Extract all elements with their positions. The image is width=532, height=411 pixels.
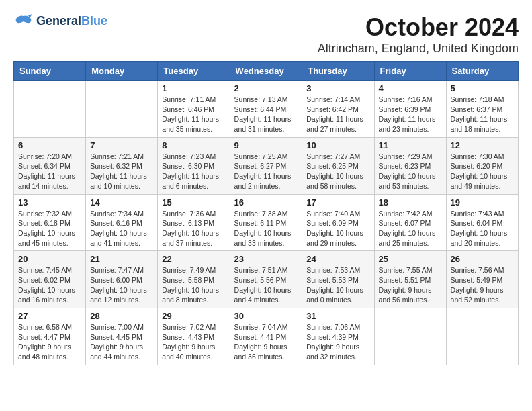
table-row: 13Sunrise: 7:32 AM Sunset: 6:18 PM Dayli…	[14, 194, 86, 251]
day-number: 11	[379, 140, 442, 150]
day-number: 27	[18, 311, 81, 321]
table-row: 15Sunrise: 7:36 AM Sunset: 6:13 PM Dayli…	[158, 194, 230, 251]
day-info: Sunrise: 7:14 AM Sunset: 6:42 PM Dayligh…	[306, 95, 369, 134]
day-info: Sunrise: 7:06 AM Sunset: 4:39 PM Dayligh…	[306, 322, 369, 362]
day-number: 31	[306, 311, 369, 321]
day-number: 4	[379, 83, 442, 93]
table-row: 22Sunrise: 7:49 AM Sunset: 5:58 PM Dayli…	[158, 251, 230, 308]
calendar-week-row: 13Sunrise: 7:32 AM Sunset: 6:18 PM Dayli…	[14, 194, 519, 251]
day-number: 7	[90, 140, 153, 150]
day-number: 28	[90, 311, 153, 321]
day-info: Sunrise: 7:45 AM Sunset: 6:02 PM Dayligh…	[18, 265, 81, 305]
table-row: 2Sunrise: 7:13 AM Sunset: 6:44 PM Daylig…	[230, 81, 302, 138]
day-number: 5	[451, 83, 514, 93]
table-row: 21Sunrise: 7:47 AM Sunset: 6:00 PM Dayli…	[86, 251, 158, 308]
table-row: 14Sunrise: 7:34 AM Sunset: 6:16 PM Dayli…	[86, 194, 158, 251]
col-header-sunday: Sunday	[14, 62, 86, 81]
table-row: 10Sunrise: 7:27 AM Sunset: 6:25 PM Dayli…	[302, 137, 374, 194]
day-number: 3	[306, 83, 369, 93]
day-number: 10	[306, 140, 369, 150]
calendar-table: Sunday Monday Tuesday Wednesday Thursday…	[13, 61, 519, 365]
table-row: 9Sunrise: 7:25 AM Sunset: 6:27 PM Daylig…	[230, 137, 302, 194]
table-row: 20Sunrise: 7:45 AM Sunset: 6:02 PM Dayli…	[14, 251, 86, 308]
day-info: Sunrise: 7:27 AM Sunset: 6:25 PM Dayligh…	[306, 152, 369, 191]
day-info: Sunrise: 7:11 AM Sunset: 6:46 PM Dayligh…	[162, 95, 225, 134]
col-header-thursday: Thursday	[302, 62, 374, 81]
table-row: 26Sunrise: 7:56 AM Sunset: 5:49 PM Dayli…	[446, 251, 518, 308]
table-row	[86, 81, 158, 138]
day-number: 17	[306, 197, 369, 208]
day-number: 14	[90, 197, 153, 208]
calendar-week-row: 27Sunrise: 6:58 AM Sunset: 4:47 PM Dayli…	[14, 308, 519, 365]
day-number: 30	[234, 311, 298, 321]
calendar-week-row: 1Sunrise: 7:11 AM Sunset: 6:46 PM Daylig…	[14, 81, 519, 138]
col-header-tuesday: Tuesday	[158, 62, 230, 81]
day-number: 12	[451, 140, 514, 150]
day-info: Sunrise: 7:13 AM Sunset: 6:44 PM Dayligh…	[234, 95, 298, 134]
logo: GeneralBlue	[13, 13, 107, 30]
table-row	[374, 308, 446, 365]
table-row	[446, 308, 518, 365]
col-header-saturday: Saturday	[446, 62, 518, 81]
col-header-wednesday: Wednesday	[230, 62, 302, 81]
day-info: Sunrise: 7:36 AM Sunset: 6:13 PM Dayligh…	[162, 209, 225, 248]
table-row: 29Sunrise: 7:02 AM Sunset: 4:43 PM Dayli…	[158, 308, 230, 365]
day-info: Sunrise: 7:55 AM Sunset: 5:51 PM Dayligh…	[379, 265, 442, 305]
table-row: 17Sunrise: 7:40 AM Sunset: 6:09 PM Dayli…	[302, 194, 374, 251]
table-row: 28Sunrise: 7:00 AM Sunset: 4:45 PM Dayli…	[86, 308, 158, 365]
day-info: Sunrise: 7:40 AM Sunset: 6:09 PM Dayligh…	[306, 209, 369, 248]
day-info: Sunrise: 7:47 AM Sunset: 6:00 PM Dayligh…	[90, 265, 153, 305]
month-title: October 2024	[318, 13, 519, 42]
day-info: Sunrise: 7:18 AM Sunset: 6:37 PM Dayligh…	[451, 95, 514, 134]
day-number: 8	[162, 140, 225, 150]
day-number: 6	[18, 140, 81, 150]
table-row: 11Sunrise: 7:29 AM Sunset: 6:23 PM Dayli…	[374, 137, 446, 194]
table-row: 25Sunrise: 7:55 AM Sunset: 5:51 PM Dayli…	[374, 251, 446, 308]
table-row: 24Sunrise: 7:53 AM Sunset: 5:53 PM Dayli…	[302, 251, 374, 308]
day-number: 19	[451, 197, 514, 208]
table-row: 23Sunrise: 7:51 AM Sunset: 5:56 PM Dayli…	[230, 251, 302, 308]
day-info: Sunrise: 7:04 AM Sunset: 4:41 PM Dayligh…	[234, 322, 298, 362]
table-row	[14, 81, 86, 138]
day-info: Sunrise: 7:25 AM Sunset: 6:27 PM Dayligh…	[234, 152, 298, 191]
logo-bird-icon	[13, 13, 34, 30]
location-title: Altrincham, England, United Kingdom	[318, 42, 519, 56]
day-info: Sunrise: 7:20 AM Sunset: 6:34 PM Dayligh…	[18, 152, 81, 191]
day-info: Sunrise: 7:30 AM Sunset: 6:20 PM Dayligh…	[451, 152, 514, 191]
day-number: 23	[234, 254, 298, 264]
day-info: Sunrise: 7:53 AM Sunset: 5:53 PM Dayligh…	[306, 265, 369, 305]
day-info: Sunrise: 7:34 AM Sunset: 6:16 PM Dayligh…	[90, 209, 153, 248]
day-info: Sunrise: 7:42 AM Sunset: 6:07 PM Dayligh…	[379, 209, 442, 248]
table-row: 30Sunrise: 7:04 AM Sunset: 4:41 PM Dayli…	[230, 308, 302, 365]
table-row: 12Sunrise: 7:30 AM Sunset: 6:20 PM Dayli…	[446, 137, 518, 194]
day-info: Sunrise: 7:51 AM Sunset: 5:56 PM Dayligh…	[234, 265, 298, 305]
header: GeneralBlue October 2024 Altrincham, Eng…	[13, 13, 519, 56]
day-number: 9	[234, 140, 298, 150]
table-row: 19Sunrise: 7:43 AM Sunset: 6:04 PM Dayli…	[446, 194, 518, 251]
day-info: Sunrise: 7:02 AM Sunset: 4:43 PM Dayligh…	[162, 322, 225, 362]
header-row: Sunday Monday Tuesday Wednesday Thursday…	[14, 62, 519, 81]
day-number: 2	[234, 83, 298, 93]
day-number: 29	[162, 311, 225, 321]
day-number: 22	[162, 254, 225, 264]
day-info: Sunrise: 7:56 AM Sunset: 5:49 PM Dayligh…	[451, 265, 514, 305]
day-info: Sunrise: 7:23 AM Sunset: 6:30 PM Dayligh…	[162, 152, 225, 191]
day-info: Sunrise: 7:00 AM Sunset: 4:45 PM Dayligh…	[90, 322, 153, 362]
table-row: 8Sunrise: 7:23 AM Sunset: 6:30 PM Daylig…	[158, 137, 230, 194]
table-row: 16Sunrise: 7:38 AM Sunset: 6:11 PM Dayli…	[230, 194, 302, 251]
table-row: 4Sunrise: 7:16 AM Sunset: 6:39 PM Daylig…	[374, 81, 446, 138]
day-number: 16	[234, 197, 298, 208]
day-number: 18	[379, 197, 442, 208]
calendar-week-row: 6Sunrise: 7:20 AM Sunset: 6:34 PM Daylig…	[14, 137, 519, 194]
day-number: 25	[379, 254, 442, 264]
day-number: 24	[306, 254, 369, 264]
day-info: Sunrise: 7:49 AM Sunset: 5:58 PM Dayligh…	[162, 265, 225, 305]
day-number: 15	[162, 197, 225, 208]
col-header-monday: Monday	[86, 62, 158, 81]
table-row: 5Sunrise: 7:18 AM Sunset: 6:37 PM Daylig…	[446, 81, 518, 138]
day-info: Sunrise: 7:43 AM Sunset: 6:04 PM Dayligh…	[451, 209, 514, 248]
calendar-week-row: 20Sunrise: 7:45 AM Sunset: 6:02 PM Dayli…	[14, 251, 519, 308]
table-row: 1Sunrise: 7:11 AM Sunset: 6:46 PM Daylig…	[158, 81, 230, 138]
day-info: Sunrise: 6:58 AM Sunset: 4:47 PM Dayligh…	[18, 322, 81, 362]
logo-text: GeneralBlue	[36, 15, 107, 28]
